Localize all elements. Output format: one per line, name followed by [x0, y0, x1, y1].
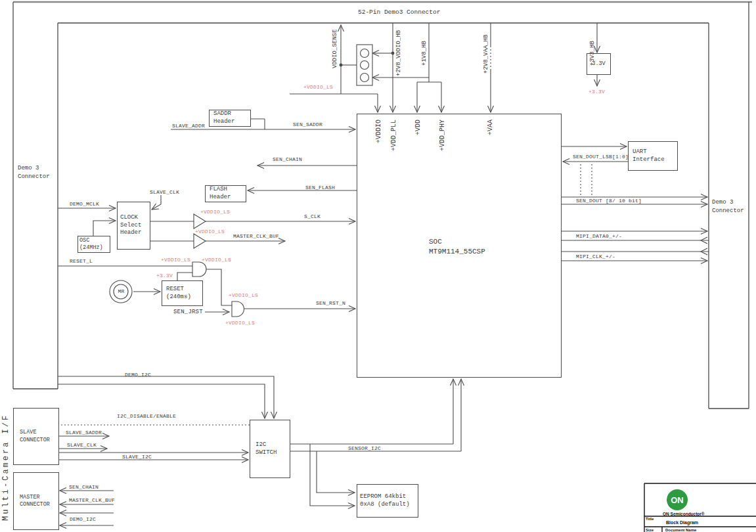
clock-select-header-block: CLOCK Select Header — [117, 202, 150, 250]
rail-vddio-sense: VDDIO_SENSE — [332, 30, 338, 68]
soc-pin-vdd-pll: +VDD_PLL — [390, 120, 397, 151]
sig-sensor-i2c: SENSOR_I2C — [348, 445, 381, 451]
multi-camera-if-label: Multi-Camera I/F — [1, 414, 11, 521]
sig-sen-chain-bottom: SEN_CHAIN — [69, 484, 99, 490]
rail-vddio-ls-7: +VDDIO_LS — [225, 320, 255, 326]
soc-pin-vdd: +VDD — [414, 120, 422, 135]
on-logo-text: ON — [671, 495, 684, 505]
sig-slave-clk-bottom: SLAVE_CLK — [67, 442, 97, 448]
sig-slave-addr: SLAVE_ADDR — [172, 123, 205, 129]
rail-3v3-1: +3.3V — [156, 273, 173, 278]
soc-pin-vddio: +VDDIO — [375, 120, 382, 143]
rail-vddio-ls-1: +VDDIO_LS — [303, 84, 333, 90]
sig-sen-rst-n: SEN_RST_N — [316, 300, 345, 306]
mr-button-label: MR — [116, 288, 126, 294]
rail-1v8-hb: +1V8_HB — [421, 41, 428, 66]
slave-connector-block: SLAVE CONNECTOR — [13, 408, 59, 465]
left-connector-label: Demo 3 Connector — [18, 164, 57, 181]
sig-s-clk: S_CLK — [304, 213, 321, 219]
sig-i2c-disable: I2C_DISABLE/ENABLE — [117, 413, 176, 419]
sig-master-clk-buf-bottom: MASTER_CLK_BUF — [69, 497, 115, 503]
i2c-switch-block: I2C SWITCH — [250, 420, 290, 478]
sig-mipi-clk: MIPI_CLK_+/- — [576, 254, 615, 259]
sig-master-clk-buf-top: MASTER_CLK_BUF — [233, 233, 279, 239]
master-connector-block: MASTER CONNECTOR — [13, 472, 59, 530]
slave-connector-label: SLAVE CONNECTOR — [14, 429, 58, 443]
soc-pin-vdd-phy: +VDD_PHY — [439, 120, 446, 151]
i2c-switch-label: I2C SWITCH — [250, 441, 290, 456]
flash-header-block: FLASH Header — [205, 185, 246, 202]
sig-mipi-data0: MIPI_DATA0_+/- — [576, 233, 622, 239]
soc-pin-vaa: +VAA — [487, 120, 494, 135]
flash-header-label: FLASH Header — [206, 186, 246, 201]
eeprom-label: EEPROM 64kbit 0xA8 (default) — [357, 493, 418, 508]
sig-reset-l: RESET_L — [70, 258, 93, 264]
sig-sen-dout-lsb: SEN_DOUT_LSB[1:0] — [573, 154, 629, 160]
saddr-header-label: SADDR Header — [210, 110, 250, 125]
uart-interface-block: UART Interface — [628, 141, 678, 171]
block-diagram-page: SADDR Header FLASH Header CLOCK Select H… — [0, 0, 756, 532]
rail-2v8-vddio-hb: +2V8_VDDIO_HB — [395, 30, 402, 76]
sig-demo-i2c-mid: DEMO_I2C — [125, 372, 151, 378]
title-label: Title — [646, 517, 654, 521]
eeprom-block: EEPROM 64kbit 0xA8 (default) — [357, 484, 418, 518]
rail-vddio-ls-6: +VDDIO_LS — [229, 292, 258, 298]
sig-demo-i2c-bottom: DEMO_I2C — [70, 516, 96, 522]
reset-block: RESET (240ms) — [162, 280, 203, 306]
clock-select-label: CLOCK Select Header — [118, 214, 150, 237]
title-value: Block Diagram — [666, 520, 698, 525]
rail-2v8-vaa-hb: +2V8_VAA_HB — [483, 35, 489, 74]
saddr-header-block: SADDR Header — [209, 110, 251, 127]
rail-vddio-ls-4: +VDDIO_LS — [161, 257, 190, 263]
osc-block: OSC (24MHz) — [78, 236, 110, 253]
rail-3v3-hb: +3V3_HB — [589, 41, 596, 66]
company-name: ON Semiconductor® — [663, 512, 705, 516]
sig-sen-flash: SEN_FLASH — [305, 185, 335, 190]
sig-sen-dout: SEN_DOUT [8/ 10 bit] — [576, 198, 642, 204]
sig-slave-saddr: SLAVE_SADDR — [66, 430, 102, 435]
sig-sen-chain: SEN_CHAIN — [273, 156, 302, 162]
right-connector-label: Demo 3 Connector — [712, 198, 753, 215]
sig-slave-i2c: SLAVE_I2C — [122, 454, 152, 460]
rail-vddio-ls-5: +VDDIO_LS — [202, 257, 231, 263]
on-semiconductor-logo: ON — [667, 489, 688, 510]
title-block-frame — [644, 483, 756, 532]
rail-3v3-2: +3.3V — [589, 89, 605, 95]
reset-label: RESET (240ms) — [162, 286, 202, 301]
sig-demo-mclk: DEMO_MCLK — [70, 201, 99, 207]
sig-sen-saddr: SEN_SADDR — [293, 122, 322, 127]
soc-name-label: SOC MT9M114_55CSP — [429, 237, 491, 257]
master-connector-label: MASTER CONNECTOR — [14, 494, 58, 508]
rail-vddio-ls-3: +VDDIO_LS — [195, 229, 225, 234]
page-title: 52-Pin Demo3 Connector — [358, 9, 440, 16]
uart-label: UART Interface — [629, 148, 677, 164]
sig-sen-jrst: SEN_JRST — [173, 309, 203, 315]
rail-vddio-ls-2: +VDDIO_LS — [200, 209, 230, 215]
doc-name-label: Document Name — [665, 528, 696, 532]
sig-slave-clk-top: SLAVE_CLK — [150, 189, 179, 195]
size-label: Size — [646, 528, 654, 532]
osc-label: OSC (24MHz) — [78, 237, 110, 252]
